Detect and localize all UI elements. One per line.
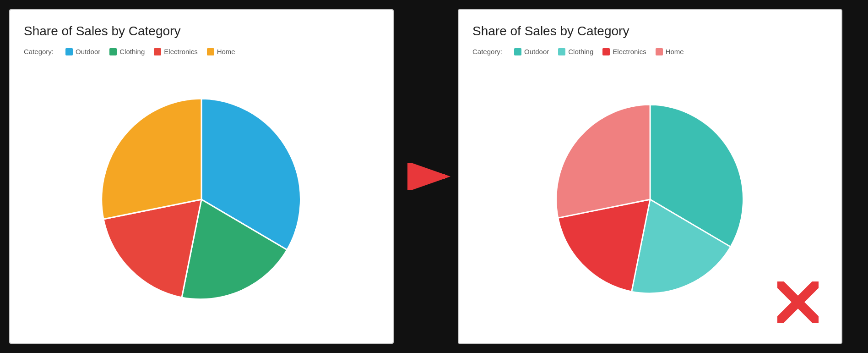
main-container: Share of Sales by Category Category: Out… — [0, 0, 868, 353]
left-home-swatch — [207, 48, 214, 55]
left-clothing-swatch — [109, 48, 117, 55]
left-legend-label: Category: — [24, 48, 54, 55]
x-mark-container — [777, 281, 819, 325]
right-chart-title: Share of Sales by Category — [472, 24, 629, 39]
left-pie-chart — [87, 85, 316, 314]
left-legend-item-outdoor: Outdoor — [65, 48, 100, 55]
left-electronics-swatch — [154, 48, 161, 55]
left-chart-title: Share of Sales by Category — [24, 24, 180, 39]
x-mark-icon — [777, 281, 819, 323]
right-electronics-swatch — [602, 48, 610, 55]
right-chart-panel: Share of Sales by Category Category: Out… — [458, 9, 842, 344]
right-home-swatch — [656, 48, 663, 55]
left-clothing-label: Clothing — [119, 48, 145, 55]
left-legend-item-home: Home — [207, 48, 235, 55]
left-outdoor-label: Outdoor — [76, 48, 100, 55]
right-clothing-label: Clothing — [568, 48, 593, 55]
right-chart-area — [472, 69, 828, 329]
left-legend-item-clothing: Clothing — [109, 48, 145, 55]
left-legend: Category: Outdoor Clothing Electronics H… — [24, 48, 235, 55]
right-slice-home — [556, 105, 650, 218]
right-pie-chart — [542, 92, 758, 307]
left-chart-panel: Share of Sales by Category Category: Out… — [9, 9, 394, 344]
arrow-icon — [407, 163, 453, 190]
arrow-container — [403, 163, 458, 190]
right-legend-item-home: Home — [656, 48, 684, 55]
left-home-label: Home — [217, 48, 235, 55]
left-electronics-label: Electronics — [164, 48, 197, 55]
right-home-label: Home — [666, 48, 684, 55]
right-outdoor-label: Outdoor — [524, 48, 549, 55]
left-chart-area — [24, 69, 379, 329]
right-legend-item-outdoor: Outdoor — [514, 48, 549, 55]
right-legend-item-clothing: Clothing — [558, 48, 593, 55]
right-clothing-swatch — [558, 48, 565, 55]
left-legend-item-electronics: Electronics — [154, 48, 197, 55]
left-outdoor-swatch — [65, 48, 73, 55]
right-legend-item-electronics: Electronics — [602, 48, 646, 55]
right-electronics-label: Electronics — [613, 48, 646, 55]
right-outdoor-swatch — [514, 48, 521, 55]
right-legend: Category: Outdoor Clothing Electronics H… — [472, 48, 684, 55]
left-slice-home — [102, 99, 201, 219]
right-legend-label: Category: — [472, 48, 502, 55]
